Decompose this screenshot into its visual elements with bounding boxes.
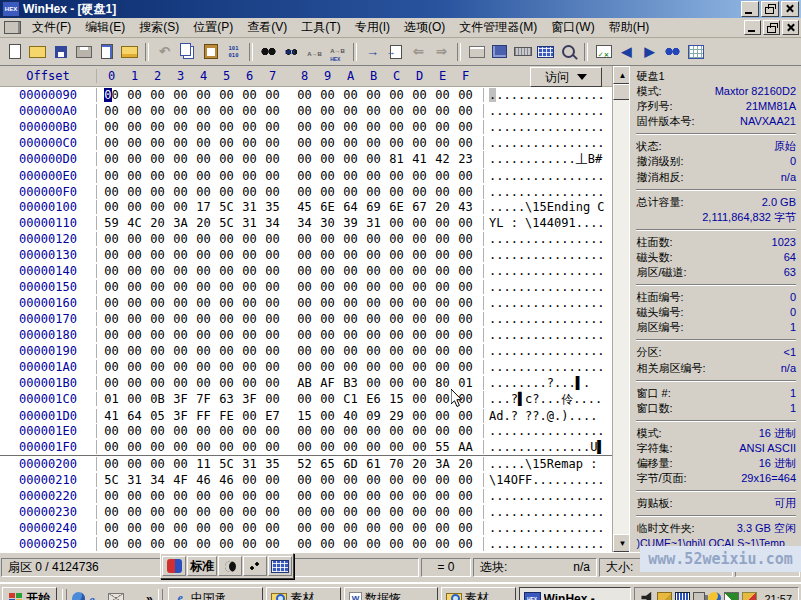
ascii-text[interactable]: .....\15Ending C: [483, 200, 612, 214]
hex-byte[interactable]: 00: [454, 248, 477, 262]
hex-byte[interactable]: 3F: [169, 409, 192, 423]
hex-byte[interactable]: 23: [454, 152, 477, 166]
hex-byte[interactable]: 00: [146, 248, 169, 262]
hex-byte[interactable]: 00: [146, 152, 169, 166]
keyboard-icon[interactable]: [675, 592, 690, 600]
hex-byte[interactable]: 00: [454, 88, 477, 102]
hex-byte[interactable]: 00: [431, 360, 454, 374]
ascii-text[interactable]: ................: [483, 489, 612, 503]
hex-byte[interactable]: 00: [362, 136, 385, 150]
hex-byte[interactable]: 00: [238, 264, 261, 278]
hex-byte[interactable]: 34: [146, 473, 169, 487]
hex-byte[interactable]: 00: [316, 280, 339, 294]
hex-byte[interactable]: 00: [385, 136, 408, 150]
hex-byte[interactable]: 00: [408, 169, 431, 183]
hex-byte[interactable]: 00: [192, 489, 215, 503]
hex-byte[interactable]: 00: [100, 376, 123, 390]
hex-byte[interactable]: 00: [362, 185, 385, 199]
hex-byte[interactable]: 00: [431, 88, 454, 102]
hex-byte[interactable]: 00: [293, 489, 316, 503]
hex-byte[interactable]: 5C: [215, 216, 238, 230]
hex-byte[interactable]: 00: [100, 88, 123, 102]
hex-byte[interactable]: 00: [339, 232, 362, 246]
hex-byte[interactable]: 00: [316, 392, 339, 406]
hex-byte[interactable]: 00: [316, 473, 339, 487]
hex-byte[interactable]: 00: [408, 232, 431, 246]
hex-byte[interactable]: 09: [362, 409, 385, 423]
hex-byte[interactable]: 00: [408, 296, 431, 310]
hex-byte[interactable]: 00: [408, 409, 431, 423]
hex-byte[interactable]: 00: [100, 296, 123, 310]
hex-byte[interactable]: 00: [293, 88, 316, 102]
hex-byte[interactable]: 00: [316, 264, 339, 278]
hex-byte[interactable]: 00: [146, 521, 169, 535]
hex-byte[interactable]: 00: [238, 104, 261, 118]
hex-byte[interactable]: 00: [293, 120, 316, 134]
hex-byte[interactable]: 4F: [169, 473, 192, 487]
hex-byte[interactable]: E6: [362, 392, 385, 406]
menu-file[interactable]: 文件(F): [25, 17, 78, 38]
hex-byte[interactable]: 00: [215, 440, 238, 454]
hex-byte[interactable]: 00: [431, 185, 454, 199]
hex-byte[interactable]: 34: [293, 216, 316, 230]
hex-byte[interactable]: 00: [408, 312, 431, 326]
hex-byte[interactable]: 30: [316, 216, 339, 230]
hex-byte[interactable]: 00: [123, 136, 146, 150]
hex-byte[interactable]: 00: [238, 136, 261, 150]
hex-byte[interactable]: 3F: [238, 392, 261, 406]
hex-byte[interactable]: 00: [123, 344, 146, 358]
hex-byte[interactable]: 00: [316, 424, 339, 438]
hex-byte[interactable]: 00: [385, 185, 408, 199]
hex-byte[interactable]: 00: [316, 360, 339, 374]
hex-byte[interactable]: 00: [146, 120, 169, 134]
hex-byte[interactable]: 00: [192, 344, 215, 358]
find-button[interactable]: [257, 41, 280, 62]
hex-byte[interactable]: 00: [146, 376, 169, 390]
hex-byte[interactable]: 00: [454, 216, 477, 230]
hex-byte[interactable]: 00: [454, 232, 477, 246]
hex-byte[interactable]: 00: [215, 248, 238, 262]
hex-byte[interactable]: 64: [123, 409, 146, 423]
hex-byte[interactable]: 00: [362, 489, 385, 503]
calculator-button[interactable]: [592, 41, 615, 62]
hex-byte[interactable]: 00: [454, 424, 477, 438]
hex-byte[interactable]: 00: [123, 360, 146, 374]
ascii-text[interactable]: ................: [483, 280, 612, 294]
hex-byte[interactable]: 31: [238, 200, 261, 214]
hex-byte[interactable]: 00: [238, 505, 261, 519]
hex-byte[interactable]: 00: [454, 264, 477, 278]
ascii-text[interactable]: ................: [483, 264, 612, 278]
ascii-text[interactable]: ................: [483, 328, 612, 342]
menu-edit[interactable]: 编辑(E): [78, 17, 132, 38]
hex-byte[interactable]: 00: [362, 152, 385, 166]
ascii-text[interactable]: .....\15Remap :: [483, 457, 612, 471]
scrollbar-track[interactable]: [613, 100, 629, 534]
ascii-text[interactable]: ................: [483, 360, 612, 374]
hex-byte[interactable]: 3F: [169, 392, 192, 406]
ascii-text[interactable]: ................: [483, 232, 612, 246]
close-button[interactable]: [781, 1, 799, 17]
hex-byte[interactable]: 00: [431, 216, 454, 230]
hex-byte[interactable]: 00: [385, 344, 408, 358]
hex-byte[interactable]: 00: [362, 312, 385, 326]
hex-byte[interactable]: 00: [146, 264, 169, 278]
hex-byte[interactable]: 55: [431, 440, 454, 454]
hex-byte[interactable]: 31: [238, 457, 261, 471]
hex-byte[interactable]: 00: [454, 409, 477, 423]
hex-byte[interactable]: 00: [454, 185, 477, 199]
hex-byte[interactable]: 00: [261, 120, 284, 134]
start-button[interactable]: 开始: [2, 587, 57, 600]
hex-byte[interactable]: 00: [385, 248, 408, 262]
ime-softkbd-button[interactable]: [268, 556, 292, 576]
hex-byte[interactable]: 20: [454, 457, 477, 471]
hex-byte[interactable]: 00: [146, 457, 169, 471]
hex-byte[interactable]: 00: [454, 120, 477, 134]
hex-byte[interactable]: 00: [261, 152, 284, 166]
hex-byte[interactable]: 00: [431, 409, 454, 423]
hex-byte[interactable]: 00: [293, 152, 316, 166]
hex-byte[interactable]: 20: [146, 216, 169, 230]
hex-byte[interactable]: 00: [215, 312, 238, 326]
mdi-minimize-button[interactable]: [744, 20, 761, 35]
hex-byte[interactable]: 00: [316, 409, 339, 423]
ascii-text[interactable]: ................: [483, 88, 612, 102]
